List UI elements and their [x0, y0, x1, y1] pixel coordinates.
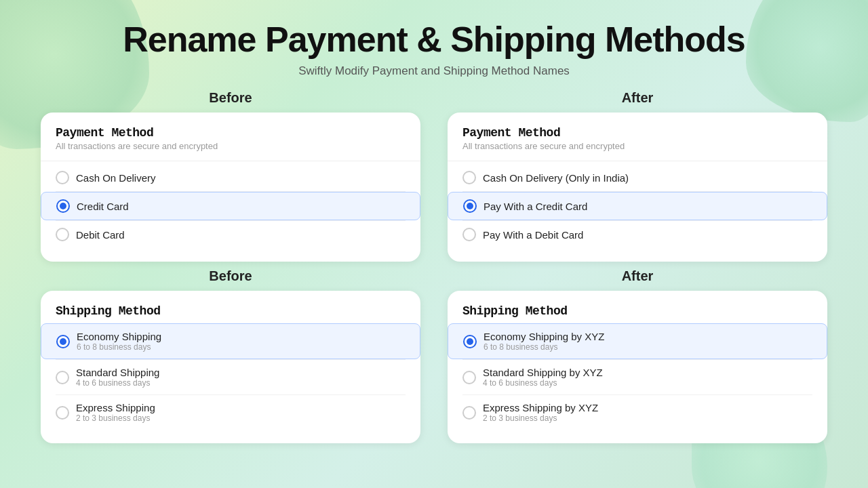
radio-selected-icon [463, 199, 477, 213]
option-label-wrap: Cash On Delivery [76, 172, 156, 184]
payment-before-options: Cash On DeliveryCredit CardDebit Card [56, 164, 406, 248]
radio-unselected-icon [56, 371, 69, 384]
option-sublabel: 6 to 8 business days [484, 342, 604, 352]
option-label: Cash On Delivery (Only in India) [483, 172, 629, 184]
shipping-before-options: Economy Shipping6 to 8 business daysStan… [56, 323, 406, 430]
option-label-wrap: Credit Card [77, 201, 129, 212]
option-label-wrap: Standard Shipping by XYZ4 to 6 business … [483, 367, 603, 388]
option-row[interactable]: Cash On Delivery (Only in India) [462, 164, 812, 191]
option-label: Credit Card [77, 201, 129, 212]
page-title: Rename Payment & Shipping Methods [123, 20, 745, 59]
option-label: Express Shipping by XYZ [483, 402, 598, 413]
option-sublabel: 2 to 3 business days [76, 413, 155, 423]
option-label: Debit Card [76, 229, 125, 241]
payment-after-options: Cash On Delivery (Only in India)Pay With… [462, 164, 812, 248]
option-label: Standard Shipping [76, 367, 159, 378]
shipping-before-card: Shipping Method Economy Shipping6 to 8 b… [41, 291, 420, 443]
payment-before-label: Before [209, 90, 252, 106]
radio-unselected-icon [462, 371, 476, 384]
option-sublabel: 4 to 6 business days [76, 378, 159, 388]
option-row[interactable]: Express Shipping2 to 3 business days [56, 395, 406, 430]
payment-after-card: Payment Method All transactions are secu… [448, 113, 827, 262]
radio-unselected-icon [56, 171, 69, 184]
shipping-before-card-title: Shipping Method [56, 304, 406, 318]
shipping-before-col: Before Shipping Method Economy Shipping6… [41, 268, 420, 443]
option-label-wrap: Standard Shipping4 to 6 business days [76, 367, 159, 388]
shipping-after-label: After [622, 268, 654, 284]
option-label: Pay With a Credit Card [484, 201, 587, 212]
option-row[interactable]: Economy Shipping6 to 8 business days [41, 323, 420, 359]
payment-after-col: After Payment Method All transactions ar… [448, 90, 827, 262]
option-label: Standard Shipping by XYZ [483, 367, 603, 378]
page-subtitle: Swiftly Modify Payment and Shipping Meth… [298, 64, 570, 78]
payment-row: Before Payment Method All transactions a… [41, 90, 827, 262]
radio-selected-icon [463, 335, 477, 348]
radio-selected-icon [56, 335, 70, 348]
payment-before-card: Payment Method All transactions are secu… [41, 113, 420, 262]
radio-selected-icon [56, 199, 70, 213]
option-row[interactable]: Credit Card [41, 192, 420, 220]
payment-before-divider [41, 161, 420, 161]
radio-unselected-icon [462, 171, 476, 184]
payment-after-card-subtitle: All transactions are secure and encrypte… [462, 141, 812, 151]
option-label-wrap: Economy Shipping by XYZ6 to 8 business d… [484, 331, 604, 352]
option-row[interactable]: Standard Shipping4 to 6 business days [56, 360, 406, 394]
option-label: Economy Shipping by XYZ [484, 331, 604, 342]
radio-unselected-icon [56, 228, 69, 241]
option-label: Cash On Delivery [76, 172, 156, 184]
option-label-wrap: Express Shipping by XYZ2 to 3 business d… [483, 402, 598, 423]
option-label-wrap: Debit Card [76, 229, 125, 241]
option-row[interactable]: Standard Shipping by XYZ4 to 6 business … [462, 360, 812, 394]
option-row[interactable]: Debit Card [56, 221, 406, 248]
shipping-row: Before Shipping Method Economy Shipping6… [41, 268, 827, 443]
payment-before-card-title: Payment Method [56, 126, 406, 140]
payment-after-card-title: Payment Method [462, 126, 812, 140]
option-sublabel: 6 to 8 business days [77, 342, 161, 352]
shipping-before-label: Before [209, 268, 252, 284]
option-label-wrap: Cash On Delivery (Only in India) [483, 172, 629, 184]
payment-after-divider [448, 161, 827, 161]
shipping-after-card-title: Shipping Method [462, 304, 812, 318]
option-label: Pay With a Debit Card [483, 229, 583, 241]
option-label-wrap: Economy Shipping6 to 8 business days [77, 331, 161, 352]
option-row[interactable]: Pay With a Credit Card [448, 192, 827, 220]
option-row[interactable]: Cash On Delivery [56, 164, 406, 191]
payment-before-col: Before Payment Method All transactions a… [41, 90, 420, 262]
option-row[interactable]: Pay With a Debit Card [462, 221, 812, 248]
option-label-wrap: Pay With a Debit Card [483, 229, 583, 241]
option-sublabel: 2 to 3 business days [483, 413, 598, 423]
option-label: Economy Shipping [77, 331, 161, 342]
radio-unselected-icon [462, 228, 476, 241]
shipping-after-col: After Shipping Method Economy Shipping b… [448, 268, 827, 443]
payment-before-card-subtitle: All transactions are secure and encrypte… [56, 141, 406, 151]
option-row[interactable]: Express Shipping by XYZ2 to 3 business d… [462, 395, 812, 430]
option-label: Express Shipping [76, 402, 155, 413]
option-sublabel: 4 to 6 business days [483, 378, 603, 388]
shipping-after-options: Economy Shipping by XYZ6 to 8 business d… [462, 323, 812, 430]
radio-unselected-icon [56, 406, 69, 420]
shipping-after-card: Shipping Method Economy Shipping by XYZ6… [448, 291, 827, 443]
option-row[interactable]: Economy Shipping by XYZ6 to 8 business d… [448, 323, 827, 359]
option-label-wrap: Express Shipping2 to 3 business days [76, 402, 155, 423]
option-label-wrap: Pay With a Credit Card [484, 201, 587, 212]
payment-after-label: After [622, 90, 654, 106]
radio-unselected-icon [462, 406, 476, 420]
